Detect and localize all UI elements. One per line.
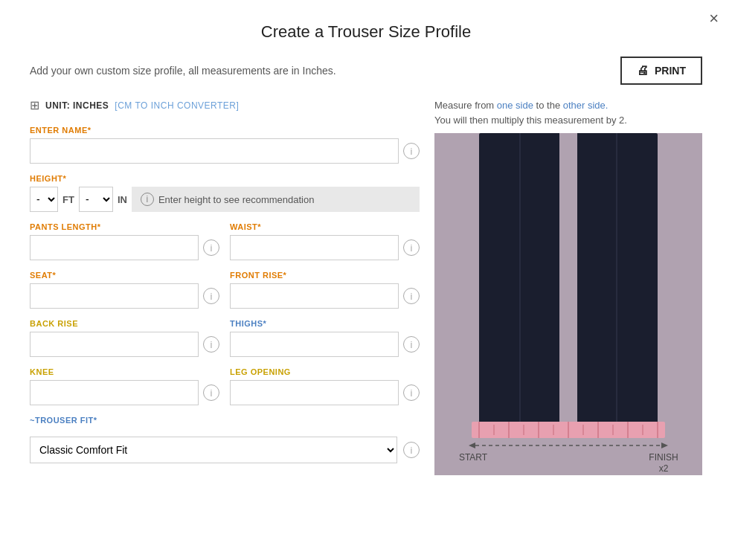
height-label: HEIGHT* [30, 174, 420, 183]
trouser-image: START FINISH x2 [434, 133, 702, 475]
fit-row: Classic Comfort Fit Slim Fit Regular Fit… [30, 437, 420, 463]
seat-input-row: i [30, 283, 219, 309]
printer-icon: 🖨 [637, 64, 649, 77]
height-in-select[interactable]: - 0 1 2 3 4 5 6 7 8 9 10 [79, 187, 113, 212]
seat-group: SEAT* i [30, 271, 219, 309]
pants-length-input[interactable] [30, 235, 199, 260]
close-button[interactable]: × [709, 10, 719, 27]
back-rise-info-icon[interactable]: i [203, 336, 219, 353]
unit-bar: ⊞ UNIT: INCHES [CM TO INCH CONVERTER] [30, 98, 420, 112]
unit-label: UNIT: INCHES [45, 100, 109, 111]
back-rise-group: BACK RISE i [30, 319, 219, 357]
name-field-group: ENTER NAME* i [30, 126, 420, 164]
pants-length-group: PANTS LENGTH* i [30, 222, 219, 260]
cm-to-inch-converter[interactable]: [CM TO INCH CONVERTER] [115, 100, 239, 111]
modal-title: Create a Trouser Size Profile [0, 0, 732, 57]
svg-rect-3 [559, 133, 577, 423]
trouser-fit-label: ~TROUSER FIT* [30, 416, 420, 425]
highlight-other-side: other side. [563, 100, 609, 111]
thighs-group: THIGHS* i [230, 319, 420, 357]
pants-length-label: PANTS LENGTH* [30, 222, 219, 231]
trouser-fit-select[interactable]: Classic Comfort Fit Slim Fit Regular Fit… [30, 437, 397, 463]
waist-input[interactable] [230, 235, 399, 260]
waist-input-row: i [230, 235, 420, 260]
pants-length-input-row: i [30, 235, 219, 260]
image-section: Measure from one side to the other side.… [434, 98, 702, 475]
front-rise-info-icon[interactable]: i [403, 288, 420, 304]
waist-label: WAIST* [230, 222, 420, 231]
backrise-thighs-row: BACK RISE i THIGHS* i [30, 319, 420, 367]
name-info-icon[interactable]: i [403, 143, 420, 159]
waist-group: WAIST* i [230, 222, 420, 260]
thighs-input[interactable] [230, 332, 399, 357]
name-input[interactable] [30, 138, 399, 164]
name-label: ENTER NAME* [30, 126, 420, 135]
in-label: IN [118, 194, 127, 205]
leg-opening-info-icon[interactable]: i [403, 384, 420, 401]
pants-length-info-icon[interactable]: i [203, 239, 219, 256]
trouser-fit-group: ~TROUSER FIT* Classic Comfort Fit Slim F… [30, 416, 420, 463]
waist-info-icon[interactable]: i [403, 239, 420, 256]
knee-input[interactable] [30, 380, 199, 405]
print-label: PRINT [655, 65, 686, 77]
subtitle: Add your own custom size profile, all me… [30, 65, 336, 77]
knee-label: KNEE [30, 367, 219, 376]
pants-waist-row: PANTS LENGTH* i WAIST* i [30, 222, 420, 271]
highlight-one-side: one side [497, 100, 533, 111]
ft-label: FT [62, 194, 74, 205]
seat-info-icon[interactable]: i [203, 288, 219, 304]
recommendation-text: Enter height to see recommendation [158, 194, 315, 205]
unit-icon: ⊞ [30, 98, 39, 112]
back-rise-input[interactable] [30, 332, 199, 357]
content-area: ⊞ UNIT: INCHES [CM TO INCH CONVERTER] EN… [30, 98, 702, 475]
leg-opening-group: LEG OPENING i [230, 367, 420, 405]
knee-group: KNEE i [30, 367, 219, 405]
leg-opening-input[interactable] [230, 380, 399, 405]
front-rise-input[interactable] [230, 283, 399, 309]
seat-label: SEAT* [30, 271, 219, 280]
height-ft-wrap: - 4 5 6 7 [30, 187, 58, 212]
recommendation-box: i Enter height to see recommendation [132, 187, 420, 212]
image-note-line2: You will then multiply this measurement … [434, 113, 702, 128]
back-rise-label: BACK RISE [30, 319, 219, 328]
svg-text:x2: x2 [659, 463, 669, 474]
svg-text:START: START [459, 452, 488, 463]
name-input-wrap: i [30, 138, 420, 164]
form-section: ⊞ UNIT: INCHES [CM TO INCH CONVERTER] EN… [30, 98, 420, 475]
height-field-group: HEIGHT* - 4 5 6 7 FT [30, 174, 420, 212]
front-rise-group: FRONT RISE* i [230, 271, 420, 309]
svg-text:FINISH: FINISH [649, 452, 678, 463]
print-button[interactable]: 🖨 PRINT [620, 57, 702, 85]
back-rise-input-row: i [30, 332, 219, 357]
seat-input[interactable] [30, 283, 199, 309]
leg-opening-label: LEG OPENING [230, 367, 420, 376]
modal-body: Add your own custom size profile, all me… [0, 57, 732, 498]
knee-legopening-row: KNEE i LEG OPENING i [30, 367, 420, 416]
trouser-fit-info-icon[interactable]: i [403, 442, 420, 458]
image-note: Measure from one side to the other side.… [434, 98, 702, 127]
recommendation-info-icon: i [141, 193, 154, 206]
modal: × Create a Trouser Size Profile Add your… [0, 0, 732, 560]
leg-opening-input-row: i [230, 380, 420, 405]
height-ft-select[interactable]: - 4 5 6 7 [30, 187, 58, 212]
seat-frontrise-row: SEAT* i FRONT RISE* i [30, 271, 420, 319]
knee-input-row: i [30, 380, 219, 405]
height-row: - 4 5 6 7 FT - 0 1 [30, 187, 420, 212]
thighs-info-icon[interactable]: i [403, 336, 420, 353]
thighs-input-row: i [230, 332, 420, 357]
height-in-wrap: - 0 1 2 3 4 5 6 7 8 9 10 [79, 187, 113, 212]
thighs-label: THIGHS* [230, 319, 420, 328]
top-bar: Add your own custom size profile, all me… [30, 57, 702, 85]
trouser-svg: START FINISH x2 [434, 133, 702, 475]
knee-info-icon[interactable]: i [203, 384, 219, 401]
front-rise-label: FRONT RISE* [230, 271, 420, 280]
front-rise-input-row: i [230, 283, 420, 309]
